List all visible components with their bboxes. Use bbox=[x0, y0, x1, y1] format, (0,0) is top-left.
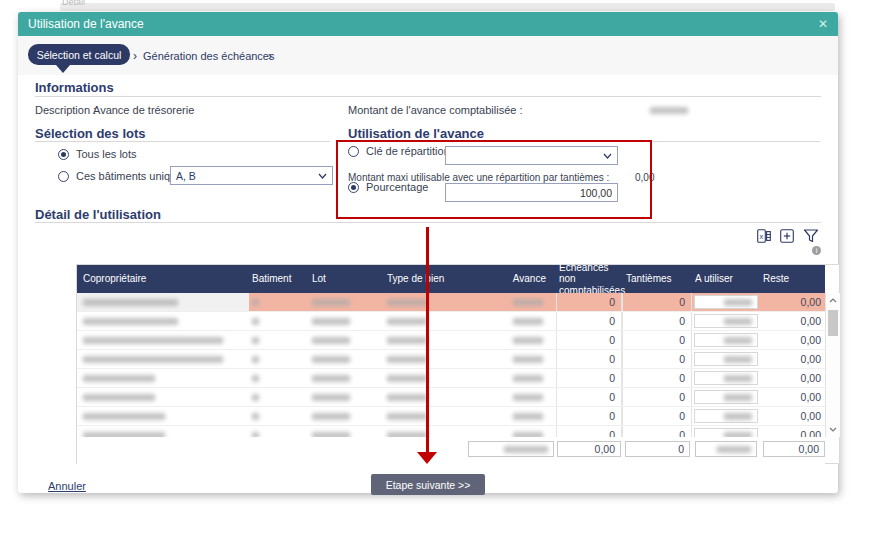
cell-autiliser[interactable] bbox=[692, 407, 760, 425]
redacted-value bbox=[83, 375, 155, 382]
cell-type bbox=[384, 331, 464, 349]
step-generation-des-echeances[interactable]: Génération des échéances bbox=[143, 50, 274, 62]
redacted-value bbox=[387, 413, 427, 420]
scroll-up-icon[interactable] bbox=[826, 293, 840, 307]
wizard-step-bar: Sélection et calcul › Génération des éch… bbox=[18, 36, 838, 75]
cell-batiment bbox=[249, 293, 309, 311]
redacted-value bbox=[252, 318, 259, 325]
table-row[interactable]: 000,00 bbox=[77, 293, 825, 312]
cell-echeances: 0 bbox=[556, 293, 622, 311]
redacted-value bbox=[83, 413, 165, 420]
cell-lot bbox=[309, 331, 384, 349]
cell-batiment bbox=[249, 350, 309, 368]
cell-name bbox=[77, 312, 249, 330]
a-utiliser-input[interactable] bbox=[694, 295, 758, 309]
redacted-value bbox=[83, 394, 155, 401]
divider bbox=[35, 222, 821, 223]
cell-avance bbox=[464, 312, 556, 330]
cell-autiliser[interactable] bbox=[692, 369, 760, 387]
radio-selected-icon bbox=[58, 149, 69, 160]
screen: Detail Utilisation de l'avance ✕ Sélecti… bbox=[0, 0, 886, 556]
redacted-value bbox=[252, 375, 259, 382]
cancel-link[interactable]: Annuler bbox=[48, 480, 86, 492]
a-utiliser-input[interactable] bbox=[694, 333, 758, 347]
redacted-value bbox=[724, 318, 752, 325]
table-row[interactable]: 000,00 bbox=[77, 331, 825, 350]
cell-reste: 0,00 bbox=[760, 312, 825, 330]
redacted-value bbox=[312, 337, 350, 344]
table-row[interactable]: 000,00 bbox=[77, 369, 825, 388]
cell-type bbox=[384, 293, 464, 311]
column-header-name[interactable]: Copropriétaire bbox=[77, 265, 249, 293]
redacted-value bbox=[387, 394, 427, 401]
cell-tantiemes: 0 bbox=[622, 331, 692, 349]
table-body: 000,00000,00000,00000,00000,00000,00000,… bbox=[77, 293, 825, 445]
table-scrollbar[interactable] bbox=[825, 293, 840, 437]
column-header-reste[interactable]: Reste bbox=[760, 265, 825, 293]
batiments-dropdown[interactable]: A, B bbox=[170, 166, 333, 185]
cell-autiliser[interactable] bbox=[692, 350, 760, 368]
redacted-value bbox=[717, 446, 751, 453]
redacted-value bbox=[312, 394, 350, 401]
redacted-value bbox=[83, 337, 223, 344]
annotation-rectangle bbox=[336, 140, 652, 219]
redacted-value bbox=[312, 299, 350, 306]
excel-export-icon[interactable]: x bbox=[757, 229, 771, 243]
dialog-titlebar: Utilisation de l'avance ✕ bbox=[18, 12, 838, 36]
column-header-tantiemes[interactable]: Tantièmes bbox=[622, 265, 692, 293]
total-echeances: 0,00 bbox=[557, 441, 621, 457]
redacted-value bbox=[83, 356, 223, 363]
table-row[interactable]: 000,00 bbox=[77, 407, 825, 426]
cell-type bbox=[384, 350, 464, 368]
column-header-batiment[interactable]: Batiment bbox=[249, 265, 309, 293]
cell-echeances: 0 bbox=[556, 369, 622, 387]
column-header-echeances[interactable]: Echeances non comptabilisées bbox=[556, 265, 622, 293]
cell-lot bbox=[309, 350, 384, 368]
radio-tous-les-lots[interactable]: Tous les lots bbox=[58, 148, 137, 160]
chevron-right-icon: › bbox=[268, 49, 272, 63]
redacted-value bbox=[387, 337, 427, 344]
redacted-value bbox=[252, 356, 259, 363]
cell-autiliser[interactable] bbox=[692, 293, 760, 311]
cell-type bbox=[384, 407, 464, 425]
cell-autiliser[interactable] bbox=[692, 331, 760, 349]
cell-reste: 0,00 bbox=[760, 407, 825, 425]
close-icon[interactable]: ✕ bbox=[818, 18, 828, 30]
cell-autiliser[interactable] bbox=[692, 388, 760, 406]
table-row[interactable]: 000,00 bbox=[77, 388, 825, 407]
cell-autiliser[interactable] bbox=[692, 312, 760, 330]
utilisation-avance-heading: Utilisation de l'avance bbox=[348, 126, 484, 141]
cell-echeances: 0 bbox=[556, 388, 622, 406]
a-utiliser-input[interactable] bbox=[694, 409, 758, 423]
redacted-value bbox=[724, 394, 752, 401]
a-utiliser-input[interactable] bbox=[694, 352, 758, 366]
divider bbox=[35, 96, 821, 97]
next-step-button[interactable]: Etape suivante >> bbox=[371, 474, 485, 495]
column-header-avance[interactable]: Avance bbox=[464, 265, 556, 293]
total-tantiemes: 0 bbox=[625, 441, 690, 457]
column-header-type[interactable]: Type de bien bbox=[384, 265, 464, 293]
a-utiliser-input[interactable] bbox=[694, 371, 758, 385]
background-window-edge bbox=[60, 3, 835, 11]
table-row[interactable]: 000,00 bbox=[77, 312, 825, 331]
cell-tantiemes: 0 bbox=[622, 350, 692, 368]
scrollbar-thumb[interactable] bbox=[828, 310, 838, 336]
column-header-autiliser[interactable]: A utiliser bbox=[692, 265, 760, 293]
table-row[interactable]: 000,00 bbox=[77, 350, 825, 369]
info-icon[interactable]: i bbox=[812, 246, 821, 255]
redacted-value bbox=[724, 299, 752, 306]
filter-icon[interactable] bbox=[803, 228, 819, 244]
detail-utilisation-heading: Détail de l'utilisation bbox=[35, 207, 161, 222]
column-header-lot[interactable]: Lot bbox=[309, 265, 384, 293]
redacted-value bbox=[312, 375, 350, 382]
cell-reste: 0,00 bbox=[760, 331, 825, 349]
step-selection-et-calcul[interactable]: Sélection et calcul bbox=[28, 44, 130, 65]
redacted-value bbox=[312, 318, 350, 325]
a-utiliser-input[interactable] bbox=[694, 390, 758, 404]
a-utiliser-input[interactable] bbox=[694, 314, 758, 328]
redacted-value bbox=[724, 337, 752, 344]
redacted-value bbox=[724, 356, 752, 363]
add-column-icon[interactable] bbox=[780, 229, 794, 243]
scroll-down-icon[interactable] bbox=[826, 422, 840, 436]
redacted-value bbox=[83, 318, 178, 325]
